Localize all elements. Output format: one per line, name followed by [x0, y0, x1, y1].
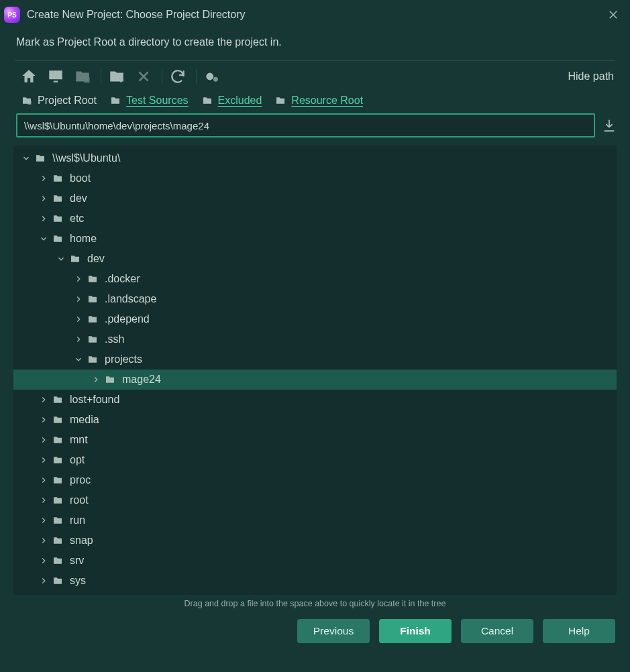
tree-row-label: .ssh [105, 333, 124, 345]
root-kind-project-root[interactable]: Project Root [20, 95, 97, 107]
tree-row[interactable]: lost+found [13, 390, 617, 410]
folder-icon [51, 455, 64, 465]
previous-button[interactable]: Previous [297, 619, 370, 643]
tree-row[interactable]: .ssh [13, 329, 617, 349]
chevron-down-icon[interactable] [56, 254, 66, 264]
tree-row[interactable]: projects [13, 349, 617, 370]
tree-row[interactable]: dev [13, 249, 617, 269]
chevron-down-icon[interactable] [39, 234, 48, 243]
tree-row[interactable]: snap [13, 530, 617, 551]
tree-row[interactable]: boot [13, 168, 617, 188]
folder-icon [51, 575, 64, 586]
refresh-icon[interactable] [169, 68, 187, 85]
tree-row[interactable]: \\wsl$\Ubuntu\ [13, 148, 617, 168]
chevron-right-icon[interactable] [39, 576, 48, 585]
root-kind-label: Excluded [218, 95, 262, 107]
tree-row[interactable]: .landscape [13, 289, 617, 309]
folder-icon [86, 354, 99, 365]
tree-row[interactable]: opt [13, 450, 617, 470]
folder-icon [51, 495, 64, 506]
folder-icon [103, 374, 117, 385]
folder-icon [51, 435, 64, 445]
tree-row-label: boot [70, 172, 91, 184]
project-folder-icon[interactable] [74, 68, 91, 85]
close-icon[interactable] [607, 9, 619, 21]
chevron-right-icon[interactable] [39, 455, 48, 465]
chevron-right-icon[interactable] [74, 294, 83, 304]
tree-row[interactable]: etc [13, 209, 617, 229]
home-icon[interactable] [20, 68, 38, 85]
tree-row[interactable]: media [13, 410, 617, 430]
chevron-down-icon[interactable] [21, 154, 31, 163]
chevron-right-icon[interactable] [39, 435, 48, 445]
path-input[interactable] [16, 113, 595, 137]
show-hidden-icon[interactable] [203, 68, 221, 85]
path-row [0, 113, 630, 143]
chevron-right-icon[interactable] [39, 194, 48, 203]
folder-icon [51, 535, 64, 546]
folder-icon [51, 233, 64, 244]
root-kind-excluded[interactable]: Excluded [201, 95, 262, 107]
tree-row[interactable]: srv [13, 551, 617, 571]
tree-row[interactable]: mnt [13, 430, 617, 450]
folder-icon [51, 394, 64, 405]
tree-row[interactable]: mage24 [13, 370, 617, 390]
instruction-text: Mark as Project Root a directory to crea… [0, 30, 630, 60]
toolbar-separator [101, 69, 101, 84]
directory-tree-scroll[interactable]: \\wsl$\Ubuntu\bootdevetchomedev.docker.l… [13, 146, 617, 595]
tree-row-label: sys [70, 575, 86, 587]
chevron-down-icon[interactable] [74, 355, 83, 364]
delete-icon[interactable] [135, 68, 152, 85]
hide-path-link[interactable]: Hide path [568, 70, 615, 82]
finish-button[interactable]: Finish [379, 619, 452, 643]
chevron-right-icon[interactable] [39, 496, 48, 505]
window-title: Create New Project: Choose Project Direc… [27, 9, 607, 21]
tree-row-label: snap [70, 535, 93, 547]
tree-row[interactable]: dev [13, 188, 617, 209]
directory-tree: \\wsl$\Ubuntu\bootdevetchomedev.docker.l… [13, 146, 617, 595]
chevron-right-icon[interactable] [39, 415, 48, 425]
chevron-right-icon[interactable] [39, 174, 48, 183]
chevron-right-icon[interactable] [74, 335, 83, 344]
folder-icon [86, 314, 99, 325]
chevron-right-icon[interactable] [39, 516, 48, 525]
root-kinds-row: Project Root Test Sources Excluded Resou… [0, 91, 630, 113]
root-kind-test-sources[interactable]: Test Sources [109, 95, 188, 107]
new-folder-icon[interactable] [108, 68, 125, 85]
tree-row-label: home [70, 233, 97, 245]
root-kind-label: Resource Root [291, 95, 363, 107]
tree-row[interactable]: sys [13, 571, 617, 591]
folder-icon [86, 274, 99, 284]
tree-row[interactable]: run [13, 510, 617, 530]
folder-icon [109, 95, 122, 106]
tree-row-label: proc [70, 474, 91, 486]
folder-icon [86, 294, 99, 304]
chevron-right-icon[interactable] [39, 395, 48, 404]
chevron-right-icon[interactable] [39, 475, 48, 485]
tree-row[interactable]: .pdepend [13, 309, 617, 329]
tree-row-label: \\wsl$\Ubuntu\ [52, 152, 120, 164]
chevron-right-icon[interactable] [74, 274, 83, 284]
desktop-icon[interactable] [47, 68, 64, 85]
folder-icon [274, 95, 287, 106]
chevron-right-icon[interactable] [39, 536, 48, 545]
chevron-right-icon[interactable] [74, 315, 83, 324]
chevron-right-icon[interactable] [39, 214, 48, 223]
root-kind-resource-root[interactable]: Resource Root [274, 95, 363, 107]
tree-row-label: srv [70, 555, 84, 567]
toolbar-separator [162, 69, 162, 84]
help-button[interactable]: Help [543, 619, 615, 643]
chevron-right-icon[interactable] [39, 556, 48, 565]
folder-icon [51, 555, 64, 566]
folder-icon [51, 213, 64, 224]
tree-row[interactable]: .docker [13, 269, 617, 289]
tree-row[interactable]: home [13, 229, 617, 249]
tree-row[interactable]: root [13, 490, 617, 510]
cancel-button[interactable]: Cancel [461, 619, 533, 643]
tree-row-label: mnt [70, 434, 88, 446]
chevron-right-icon[interactable] [91, 375, 101, 384]
tree-row[interactable]: tmp [13, 591, 617, 595]
download-icon[interactable] [602, 118, 617, 133]
tree-row[interactable]: proc [13, 470, 617, 490]
folder-icon [34, 153, 47, 164]
